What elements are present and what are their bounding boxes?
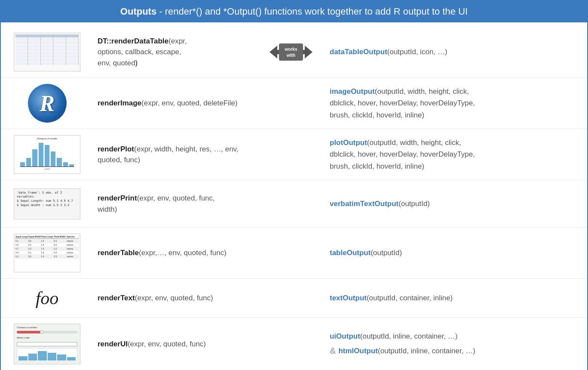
ui-mini-bar (57, 355, 66, 361)
render-plot-fn: renderPlot(expr, width, height, res, …, … (89, 144, 261, 166)
plot-bar (39, 143, 43, 166)
output-ui-params: (outputId, inline, container, …) (360, 332, 458, 340)
output-ui-name: uiOutput (330, 332, 360, 340)
render-text-params: (expr, env, quoted, func) (135, 294, 213, 302)
thumb-print: 'data.frame': 3 obs. of 2 variables: $ S… (9, 188, 89, 219)
ui-mini-bar (38, 351, 47, 361)
output-html-params: (outputId, inline, container, …) (378, 345, 475, 357)
render-ui-params: (expr, env, quoted, func) (128, 340, 206, 348)
ui-mini-bar (28, 354, 37, 361)
tbl-hcell: Petal.Width (53, 235, 66, 238)
output-image-name: imageOutput (330, 87, 375, 96)
tbl-hcell: Species (66, 235, 79, 238)
svg-text:with: with (286, 53, 295, 58)
ui-text-input (17, 342, 77, 346)
render-print-fn: renderPrint(expr, env, quoted, func,widt… (89, 193, 261, 215)
plot-bar (57, 158, 61, 166)
output-text-params: (outputId, container, inline) (367, 294, 453, 302)
thumb-image: R (9, 84, 89, 123)
ui-choose-label: Choose a number (17, 326, 77, 329)
ui-thumbnail: Choose a number Write a title (14, 324, 80, 364)
row-text: foo renderText(expr, env, quoted, func) … (1, 279, 587, 318)
thumb-datatable (9, 33, 89, 71)
row-print: 'data.frame': 3 obs. of 2 variables: $ S… (1, 180, 587, 228)
works-with-arrow: works with (261, 37, 321, 67)
row-datatable: DT::renderDataTable(expr,options, callba… (1, 27, 587, 78)
ui-mini-plot (17, 348, 77, 362)
plot-xlabel: variable (16, 168, 78, 170)
plot-bar (32, 149, 37, 166)
output-plot-name: plotOutput (330, 139, 367, 147)
row-table: Sepal.Length Sepal.Width Petal.Length Pe… (1, 228, 587, 279)
output-ui-fn: uiOutput(outputId, inline, container, …)… (321, 330, 579, 358)
thumb-table: Sepal.Length Sepal.Width Petal.Length Pe… (9, 234, 89, 272)
header-plain: - render*() and *Output() functions work… (156, 6, 468, 17)
render-table-fn: renderTable(expr,…, env, quoted, func) (89, 247, 261, 259)
render-datatable-fn: DT::renderDataTable(expr,options, callba… (89, 36, 261, 69)
tbl-hcell: Petal.Length (41, 235, 54, 238)
output-html-line: & htmlOutput(outputId, inline, container… (330, 344, 570, 358)
render-ui-fn: renderUI(expr, env, quoted, func) (89, 339, 261, 350)
output-table-params: (outputId) (371, 249, 402, 257)
thumb-ui: Choose a number Write a title (9, 324, 89, 364)
ui-write-label: Write a title (17, 336, 77, 339)
output-table-fn: tableOutput(outputId) (321, 247, 579, 259)
content-area: DT::renderDataTable(expr,options, callba… (1, 22, 587, 370)
render-datatable-prefix: DT::renderDataTable (98, 37, 168, 45)
plot-axis (20, 166, 74, 167)
output-text-name: textOutput (330, 294, 367, 302)
amp-symbol: & (330, 344, 336, 358)
tbl-hcell: Sepal.Length (15, 235, 28, 238)
plot-bar (63, 162, 68, 166)
output-text-fn: textOutput(outputId, container, inline) (321, 292, 579, 304)
datatable-thumbnail (14, 33, 80, 71)
plot-bar (20, 162, 25, 166)
render-image-fn: renderImage(expr, env, quoted, deleteFil… (89, 98, 261, 109)
render-table-params: (expr,…, env, quoted, func) (139, 249, 227, 257)
row-plot: Histogram of variable variable (1, 129, 587, 180)
ui-slider-track (17, 331, 77, 333)
plot-bar (26, 158, 31, 166)
svg-text:works: works (285, 47, 297, 52)
thumb-text: foo (9, 287, 89, 309)
render-ui-name: renderUI (98, 340, 128, 348)
ui-mini-bar (18, 356, 28, 361)
r-logo-letter: R (40, 91, 55, 116)
output-datatable-params: (outputId, icon, …) (387, 48, 447, 56)
output-ui-line1: uiOutput(outputId, inline, container, …) (330, 330, 570, 342)
render-image-name: renderImage (98, 99, 141, 107)
output-datatable-fn: dataTableOutput(outputId, icon, …) (321, 46, 579, 58)
plot-title-label: Histogram of variable (16, 137, 78, 140)
output-print-name: verbatimTextOutput (330, 200, 398, 208)
svg-rect-3 (279, 43, 303, 61)
output-print-fn: verbatimTextOutput(outputId) (321, 198, 579, 210)
plot-bars (16, 141, 78, 166)
row-ui: Choose a number Write a title (1, 318, 587, 370)
tbl-hcell: Sepal.Width (28, 235, 41, 238)
page-header: Outputs - render*() and *Output() functi… (1, 1, 587, 22)
output-plot-fn: plotOutput(outputId, width, height, clic… (321, 137, 579, 172)
ui-slider-thumb (40, 330, 43, 334)
foo-text: foo (36, 288, 59, 308)
output-table-name: tableOutput (330, 249, 371, 257)
plot-bar (51, 151, 55, 166)
output-print-params: (outputId) (398, 200, 430, 208)
ui-mini-bar (67, 357, 76, 361)
header-bold: Outputs (120, 6, 156, 17)
plot-thumbnail: Histogram of variable variable (14, 135, 80, 174)
ui-mini-bar (48, 353, 57, 361)
foo-thumbnail: foo (14, 287, 80, 309)
render-text-name: renderText (98, 294, 135, 302)
page-wrapper: Outputs - render*() and *Output() functi… (0, 0, 588, 370)
render-plot-name: renderPlot (98, 145, 134, 153)
render-image-params: (expr, env, quoted, deleteFile) (141, 99, 238, 107)
render-table-name: renderTable (98, 249, 139, 257)
output-datatable-name: dataTableOutput (330, 48, 387, 56)
row-image: R renderImage(expr, env, quoted, deleteF… (1, 78, 587, 129)
render-text-fn: renderText(expr, env, quoted, func) (89, 293, 261, 304)
output-html-name: htmlOutput (338, 345, 378, 357)
plot-bar (45, 145, 49, 166)
thumb-plot: Histogram of variable variable (9, 135, 89, 174)
table-thumbnail: Sepal.Length Sepal.Width Petal.Length Pe… (14, 234, 80, 272)
print-thumbnail: 'data.frame': 3 obs. of 2 variables: $ S… (14, 188, 80, 219)
